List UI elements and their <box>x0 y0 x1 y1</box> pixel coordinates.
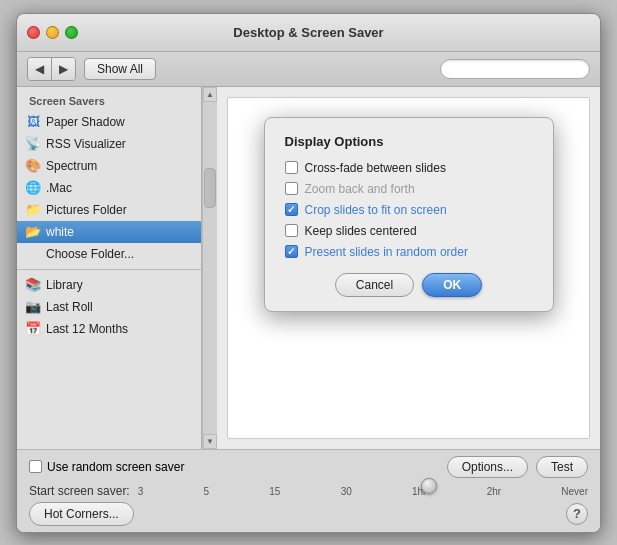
centered-label: Keep slides centered <box>305 224 417 238</box>
main-window: Desktop & Screen Saver ◀ ▶ Show All Scre… <box>16 13 601 533</box>
last-12-months-label: Last 12 Months <box>46 322 128 336</box>
paper-shadow-label: Paper Shadow <box>46 115 125 129</box>
centered-checkbox[interactable] <box>285 224 298 237</box>
spectrum-label: Spectrum <box>46 159 97 173</box>
cross-fade-checkbox[interactable] <box>285 161 298 174</box>
help-button[interactable]: ? <box>566 503 588 525</box>
display-options-modal: Display Options Cross-fade between slide… <box>264 117 554 312</box>
sidebar-scrollbar[interactable]: ▲ ▼ <box>202 87 217 449</box>
white-icon: 📂 <box>25 224 41 240</box>
zoom-option: Zoom back and forth <box>285 182 533 196</box>
pictures-folder-label: Pictures Folder <box>46 203 127 217</box>
modal-buttons: Cancel OK <box>285 273 533 297</box>
crop-label: Crop slides to fit on screen <box>305 203 447 217</box>
slider-row: Start screen saver: 3 5 15 30 1hr 2hr Ne… <box>29 484 588 498</box>
bottom-buttons: Options... Test <box>447 456 588 478</box>
modal-title: Display Options <box>285 134 533 149</box>
bottom-row1: Use random screen saver Options... Test <box>29 456 588 478</box>
centered-option: Keep slides centered <box>285 224 533 238</box>
search-input[interactable] <box>440 59 590 79</box>
sidebar-item-spectrum[interactable]: 🎨 Spectrum <box>17 155 201 177</box>
sidebar-item-pictures-folder[interactable]: 📁 Pictures Folder <box>17 199 201 221</box>
dotmac-icon: 🌐 <box>25 180 41 196</box>
test-button[interactable]: Test <box>536 456 588 478</box>
tick-never: Never <box>561 486 588 497</box>
random-option: Present slides in random order <box>285 245 533 259</box>
ok-button[interactable]: OK <box>422 273 482 297</box>
sidebar-list: 🖼 Paper Shadow 📡 RSS Visualizer 🎨 Spectr… <box>17 111 201 449</box>
tick-5: 5 <box>204 486 210 497</box>
scroll-up-arrow[interactable]: ▲ <box>203 87 217 102</box>
sidebar-item-last-roll[interactable]: 📷 Last Roll <box>17 296 201 318</box>
back-button[interactable]: ◀ <box>28 58 52 80</box>
dotmac-label: .Mac <box>46 181 72 195</box>
crop-checkbox[interactable] <box>285 203 298 216</box>
content-area: Screen Savers 🖼 Paper Shadow 📡 RSS Visua… <box>17 87 600 449</box>
choose-folder-label: Choose Folder... <box>46 247 134 261</box>
show-all-button[interactable]: Show All <box>84 58 156 80</box>
main-preview-area: Display Options Cross-fade between slide… <box>217 87 600 449</box>
sidebar-item-last-12-months[interactable]: 📅 Last 12 Months <box>17 318 201 340</box>
random-saver-checkbox[interactable] <box>29 460 42 473</box>
zoom-label: Zoom back and forth <box>305 182 415 196</box>
zoom-checkbox[interactable] <box>285 182 298 195</box>
random-checkbox[interactable] <box>285 245 298 258</box>
pictures-folder-icon: 📁 <box>25 202 41 218</box>
tick-15: 15 <box>269 486 280 497</box>
cross-fade-option: Cross-fade between slides <box>285 161 533 175</box>
sidebar-label: Screen Savers <box>17 87 201 111</box>
hot-corners-row: Hot Corners... ? <box>29 502 588 526</box>
sidebar-item-rss-visualizer[interactable]: 📡 RSS Visualizer <box>17 133 201 155</box>
scroll-track <box>203 102 217 434</box>
sidebar-item-dotmac[interactable]: 🌐 .Mac <box>17 177 201 199</box>
cross-fade-label: Cross-fade between slides <box>305 161 446 175</box>
tick-3: 3 <box>138 486 144 497</box>
sidebar-divider <box>17 269 201 270</box>
paper-shadow-icon: 🖼 <box>25 114 41 130</box>
close-button[interactable] <box>27 26 40 39</box>
last-roll-icon: 📷 <box>25 299 41 315</box>
last-12-months-icon: 📅 <box>25 321 41 337</box>
sidebar-item-paper-shadow[interactable]: 🖼 Paper Shadow <box>17 111 201 133</box>
last-roll-label: Last Roll <box>46 300 93 314</box>
random-saver-row: Use random screen saver <box>29 460 184 474</box>
scroll-thumb[interactable] <box>204 168 216 208</box>
nav-buttons: ◀ ▶ <box>27 57 76 81</box>
choose-folder-icon <box>25 246 41 262</box>
toolbar: ◀ ▶ Show All <box>17 52 600 87</box>
slider-ticks: 3 5 15 30 1hr 2hr Never <box>138 486 588 497</box>
slider-container: 3 5 15 30 1hr 2hr Never <box>138 484 588 497</box>
library-icon: 📚 <box>25 277 41 293</box>
start-label: Start screen saver: <box>29 484 130 498</box>
tick-2hr: 2hr <box>487 486 501 497</box>
maximize-button[interactable] <box>65 26 78 39</box>
options-button[interactable]: Options... <box>447 456 528 478</box>
bottom-area: Use random screen saver Options... Test … <box>17 449 600 532</box>
random-saver-label: Use random screen saver <box>47 460 184 474</box>
random-label: Present slides in random order <box>305 245 468 259</box>
sidebar-item-choose-folder[interactable]: Choose Folder... <box>17 243 201 265</box>
window-title: Desktop & Screen Saver <box>233 25 383 40</box>
sidebar-item-library[interactable]: 📚 Library <box>17 274 201 296</box>
rss-visualizer-label: RSS Visualizer <box>46 137 126 151</box>
spectrum-icon: 🎨 <box>25 158 41 174</box>
sidebar: Screen Savers 🖼 Paper Shadow 📡 RSS Visua… <box>17 87 202 449</box>
sidebar-item-white[interactable]: 📂 white <box>17 221 201 243</box>
hot-corners-button[interactable]: Hot Corners... <box>29 502 134 526</box>
minimize-button[interactable] <box>46 26 59 39</box>
library-label: Library <box>46 278 83 292</box>
scroll-down-arrow[interactable]: ▼ <box>203 434 217 449</box>
white-label: white <box>46 225 74 239</box>
cancel-button[interactable]: Cancel <box>335 273 414 297</box>
crop-option: Crop slides to fit on screen <box>285 203 533 217</box>
forward-button[interactable]: ▶ <box>52 58 75 80</box>
traffic-lights <box>27 26 78 39</box>
titlebar: Desktop & Screen Saver <box>17 14 600 52</box>
tick-30: 30 <box>341 486 352 497</box>
modal-overlay: Display Options Cross-fade between slide… <box>217 87 600 449</box>
rss-visualizer-icon: 📡 <box>25 136 41 152</box>
